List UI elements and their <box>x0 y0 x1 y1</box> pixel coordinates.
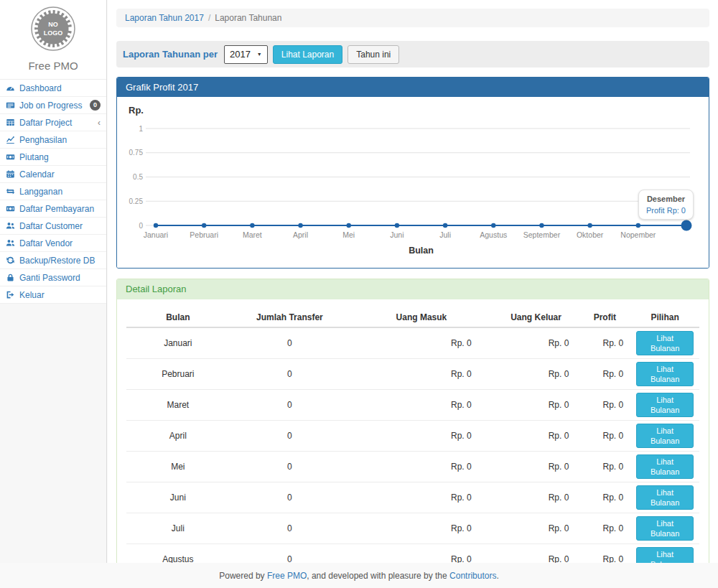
sign-out-icon <box>6 290 15 299</box>
cell-uang_masuk: Rp. 0 <box>350 390 493 421</box>
table-row: Juli0Rp. 0Rp. 0Rp. 0Lihat Bulanan <box>126 513 699 544</box>
svg-text:Agustus: Agustus <box>480 230 507 239</box>
dashboard-icon <box>6 83 15 93</box>
chart-panel: Grafik Profit 2017 Rp. 00.250.50.751Janu… <box>116 77 709 269</box>
svg-text:Januari: Januari <box>144 230 168 239</box>
sidebar-item-langganan[interactable]: Langganan <box>0 183 106 200</box>
caret-down-icon: ▼ <box>257 52 262 57</box>
table-icon <box>6 118 15 127</box>
sidebar-item-label: Calendar <box>19 169 55 179</box>
lock-icon <box>6 273 15 282</box>
lihat-bulanan-button[interactable]: Lihat Bulanan <box>636 485 694 510</box>
detail-panel-title: Detail Laporan <box>117 279 709 299</box>
table-row: Januari0Rp. 0Rp. 0Rp. 0Lihat Bulanan <box>126 327 699 359</box>
sidebar-item-label: Piutang <box>19 152 49 162</box>
sidebar-item-penghasilan[interactable]: Penghasilan <box>0 131 106 149</box>
lihat-bulanan-button[interactable]: Lihat Bulanan <box>636 331 694 355</box>
lihat-bulanan-button[interactable]: Lihat Bulanan <box>636 516 694 541</box>
sidebar-item-daftar-pembayaran[interactable]: Daftar Pembayaran <box>0 200 106 218</box>
column-header: Bulan <box>126 308 230 327</box>
svg-text:NO: NO <box>48 21 58 28</box>
table-row: April0Rp. 0Rp. 0Rp. 0Lihat Bulanan <box>126 421 699 452</box>
svg-text:LOGO: LOGO <box>44 29 63 37</box>
main-content: Laporan Tahun 2017/Laporan Tahunan Lapor… <box>108 0 718 563</box>
sidebar-item-keluar[interactable]: Keluar <box>0 286 106 304</box>
cell-profit: Rp. 0 <box>579 359 630 390</box>
column-header: Jumlah Transfer <box>230 308 350 327</box>
lihat-bulanan-button[interactable]: Lihat Bulanan <box>636 547 694 563</box>
users-icon <box>6 238 15 248</box>
sidebar-item-piutang[interactable]: Piutang <box>0 149 106 166</box>
table-row: Juni0Rp. 0Rp. 0Rp. 0Lihat Bulanan <box>126 482 699 513</box>
cell-uang_keluar: Rp. 0 <box>493 359 579 390</box>
table-row: Mei0Rp. 0Rp. 0Rp. 0Lihat Bulanan <box>126 452 699 482</box>
cell-pilihan: Lihat Bulanan <box>630 327 699 359</box>
chart-panel-title: Grafik Profit 2017 <box>117 78 709 97</box>
svg-text:Oktober: Oktober <box>577 230 604 239</box>
cell-uang_keluar: Rp. 0 <box>493 452 579 482</box>
cell-uang_keluar: Rp. 0 <box>493 390 579 421</box>
cell-bulan: April <box>126 421 230 452</box>
cell-profit: Rp. 0 <box>579 390 630 421</box>
cell-pilihan: Lihat Bulanan <box>630 482 699 513</box>
footer-link-free-pmo[interactable]: Free PMO <box>267 571 307 581</box>
sidebar-item-label: Daftar Vendor <box>19 238 73 248</box>
svg-text:Nopember: Nopember <box>620 230 656 239</box>
svg-text:Maret: Maret <box>243 230 262 239</box>
table-body: Januari0Rp. 0Rp. 0Rp. 0Lihat BulananPebr… <box>126 327 699 563</box>
sidebar-item-calendar[interactable]: Calendar <box>0 166 106 183</box>
tahun-ini-button[interactable]: Tahun ini <box>348 45 399 64</box>
lihat-bulanan-button[interactable]: Lihat Bulanan <box>636 393 694 417</box>
sidebar-item-ganti-password[interactable]: Ganti Password <box>0 269 106 286</box>
sidebar-item-label: Daftar Customer <box>19 221 83 231</box>
svg-text:0.5: 0.5 <box>133 173 143 181</box>
cell-jumlah_transfer: 0 <box>230 359 350 390</box>
cell-pilihan: Lihat Bulanan <box>630 544 699 564</box>
cell-profit: Rp. 0 <box>579 421 630 452</box>
column-header: Uang Masuk <box>350 308 493 327</box>
laporan-table: BulanJumlah TransferUang MasukUang Kelua… <box>126 308 699 563</box>
filter-bar: Laporan Tahunan per 2017 ▼ Lihat Laporan… <box>116 41 709 67</box>
chevron-left-icon: ‹ <box>98 119 101 126</box>
lihat-laporan-button[interactable]: Lihat Laporan <box>273 45 342 64</box>
sidebar-item-daftar-customer[interactable]: Daftar Customer <box>0 218 106 235</box>
cell-jumlah_transfer: 0 <box>230 513 350 544</box>
breadcrumb-separator: / <box>208 13 210 23</box>
sidebar-item-daftar-vendor[interactable]: Daftar Vendor <box>0 235 106 252</box>
filter-label: Laporan Tahunan per <box>123 49 218 60</box>
cell-jumlah_transfer: 0 <box>230 544 350 564</box>
svg-text:September: September <box>523 230 561 239</box>
cell-uang_masuk: Rp. 0 <box>350 421 493 452</box>
sidebar-item-dashboard[interactable]: Dashboard <box>0 80 106 97</box>
year-select[interactable]: 2017 ▼ <box>224 45 268 64</box>
footer-link-contributors[interactable]: Contributors <box>449 571 496 581</box>
chart-body: Rp. 00.250.50.751JanuariPebruariMaretApr… <box>117 97 709 268</box>
cell-profit: Rp. 0 <box>579 513 630 544</box>
lihat-bulanan-button[interactable]: Lihat Bulanan <box>636 424 694 448</box>
breadcrumb-current: Laporan Tahunan <box>215 13 281 23</box>
page-footer: Powered by Free PMO, and developed with … <box>0 563 718 588</box>
sidebar-item-daftar-project[interactable]: Daftar Project‹ <box>0 114 106 131</box>
cell-bulan: Juni <box>126 482 230 513</box>
cell-bulan: Pebruari <box>126 359 230 390</box>
count-badge: 0 <box>90 100 101 111</box>
sidebar-item-backup-restore-db[interactable]: Backup/Restore DB <box>0 252 106 269</box>
sidebar-item-label: Penghasilan <box>19 135 67 145</box>
svg-text:Juni: Juni <box>390 230 404 239</box>
sidebar-item-label: Dashboard <box>19 83 62 93</box>
footer-text-suffix: . <box>496 571 498 581</box>
cell-pilihan: Lihat Bulanan <box>630 390 699 421</box>
lihat-bulanan-button[interactable]: Lihat Bulanan <box>636 454 694 479</box>
table-row: Maret0Rp. 0Rp. 0Rp. 0Lihat Bulanan <box>126 390 699 421</box>
lihat-bulanan-button[interactable]: Lihat Bulanan <box>636 362 694 386</box>
profit-line-chart[interactable]: 00.250.50.751JanuariPebruariMaretAprilMe… <box>117 97 709 268</box>
breadcrumb-link-laporan-tahun[interactable]: Laporan Tahun 2017 <box>125 13 204 23</box>
year-select-value: 2017 <box>230 49 251 60</box>
cell-pilihan: Lihat Bulanan <box>630 359 699 390</box>
svg-text:April: April <box>293 230 308 239</box>
sidebar-item-job-on-progress[interactable]: Job on Progress0 <box>0 97 106 114</box>
brand-name: Free PMO <box>0 60 106 72</box>
calendar-icon <box>6 169 15 179</box>
tasks-icon <box>6 101 15 110</box>
footer-text-prefix: Powered by <box>219 571 267 581</box>
